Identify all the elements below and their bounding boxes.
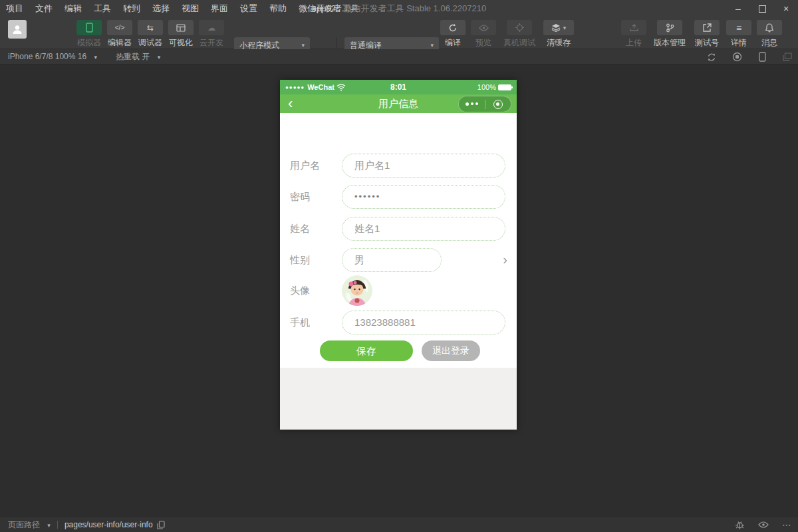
cloud-icon: ☁: [207, 23, 215, 33]
caret-down-icon: ▾: [94, 54, 97, 61]
phone-nav-bar: ‹ 用户信息: [280, 94, 517, 113]
rotate-icon[interactable]: [706, 52, 717, 63]
toolbar-debugger[interactable]: ⇆ 调试器: [135, 20, 166, 49]
eye-icon[interactable]: [758, 521, 769, 528]
menu-tools[interactable]: 工具: [88, 0, 117, 17]
user-info-form: 用户名 用户名1 密码 •••••• 姓名 姓名1 性别 男 › 头像: [280, 113, 517, 368]
phone-frame-icon[interactable]: [757, 52, 767, 63]
caret-down-icon: ▾: [301, 42, 305, 49]
caret-down-icon: ▾: [430, 42, 434, 49]
menu-project[interactable]: 项目: [0, 0, 29, 17]
external-link-icon: [703, 23, 712, 32]
remote-debug-icon: [515, 23, 525, 32]
more-icon[interactable]: ⋯: [782, 519, 791, 530]
toolbar-remote-debug[interactable]: 真机调试: [499, 20, 540, 49]
logout-button[interactable]: 退出登录: [422, 340, 480, 361]
toolbar-preview[interactable]: 预览: [468, 20, 499, 49]
phone-status-bar: ●●●●● WeChat 8:01 100%: [280, 80, 517, 94]
page-path-value: pages/user-info/user-info: [65, 520, 153, 529]
user-avatar[interactable]: [8, 20, 27, 39]
toolbar-test-account[interactable]: 测试号: [690, 20, 724, 49]
name-input[interactable]: 姓名1: [342, 217, 505, 241]
menu-goto[interactable]: 转到: [117, 0, 146, 17]
menu-interface[interactable]: 界面: [205, 0, 234, 17]
profile-avatar[interactable]: [342, 275, 372, 306]
layout-icon: [176, 24, 186, 32]
code-icon: </>: [115, 24, 124, 31]
toolbar-version[interactable]: 版本管理: [649, 20, 690, 49]
git-branch-icon: [666, 23, 674, 33]
record-icon[interactable]: [732, 52, 742, 63]
maximize-button[interactable]: [750, 0, 774, 17]
caret-down-icon: ▾: [158, 54, 161, 61]
form-row-password: 密码 ••••••: [280, 185, 517, 209]
gender-picker[interactable]: 男: [342, 248, 442, 272]
toolbar-compile[interactable]: 编译: [438, 20, 468, 49]
toolbar-visual[interactable]: 可视化: [166, 20, 196, 49]
capsule-menu: [458, 96, 511, 112]
back-icon[interactable]: ‹: [288, 94, 293, 113]
toolbar-message[interactable]: 消息: [754, 20, 785, 49]
person-icon: [11, 23, 23, 35]
more-menu-button[interactable]: [459, 102, 485, 106]
debug-icon: ⇆: [147, 23, 154, 33]
phone-icon: [86, 23, 93, 33]
menu-view[interactable]: 视图: [176, 0, 205, 17]
hot-reload-toggle[interactable]: 热重载 开 ▾: [116, 51, 160, 63]
toolbar-details[interactable]: ≡ 详情: [724, 20, 754, 49]
chevron-right-icon[interactable]: ›: [503, 248, 507, 272]
password-input[interactable]: ••••••: [342, 185, 505, 209]
form-row-username: 用户名 用户名1: [280, 154, 517, 178]
toolbar-cloud[interactable]: ☁ 云开发: [196, 20, 227, 49]
bug-icon[interactable]: [735, 521, 745, 529]
battery-icon: [498, 84, 511, 90]
form-row-name: 姓名 姓名1: [280, 217, 517, 241]
user-info-page: 用户名 用户名1 密码 •••••• 姓名 姓名1 性别 男 › 头像: [280, 113, 517, 430]
upload-icon: [630, 23, 638, 32]
toolbar-upload[interactable]: 上传: [618, 20, 649, 49]
menu-select[interactable]: 选择: [146, 0, 176, 17]
page-path-dropdown[interactable]: 页面路径 ▾: [8, 519, 51, 531]
main-toolbar: 模拟器 </> 编辑器 ⇆ 调试器 可视化 ☁ 云开发 小程序模式 ▾ 普通编译…: [0, 17, 798, 49]
menu-edit[interactable]: 编辑: [59, 0, 88, 17]
phone-input[interactable]: 13823888881: [342, 311, 505, 334]
menu-wechat-devtools[interactable]: 微信开发者工具: [293, 0, 365, 17]
capsule-close-button[interactable]: [485, 100, 511, 109]
form-row-phone: 手机 13823888881: [280, 311, 517, 334]
toolbar-simulator[interactable]: 模拟器: [74, 20, 104, 49]
menu-help[interactable]: 帮助: [263, 0, 293, 17]
username-input[interactable]: 用户名1: [342, 154, 505, 178]
form-row-gender: 性别 男 ›: [280, 248, 517, 272]
eye-icon: [479, 25, 489, 31]
caret-down-icon: ▾: [47, 522, 51, 529]
bottom-status-bar: 页面路径 ▾ pages/user-info/user-info ⋯: [0, 517, 798, 532]
close-button[interactable]: ×: [774, 0, 798, 17]
toolbar-clear-cache[interactable]: ▾ 清缓存: [540, 20, 577, 49]
device-selector[interactable]: iPhone 6/7/8 100% 16 ▾: [8, 52, 97, 61]
caret-down-icon: ▾: [563, 25, 567, 31]
menu-file[interactable]: 文件: [29, 0, 59, 17]
form-row-avatar: 头像: [280, 275, 517, 306]
maximize-icon: [759, 5, 766, 13]
minimize-button[interactable]: –: [726, 0, 750, 17]
menu-settings[interactable]: 设置: [234, 0, 263, 17]
toolbar-editor[interactable]: </> 编辑器: [104, 20, 135, 49]
copy-icon[interactable]: [157, 521, 165, 529]
simulator-bar: iPhone 6/7/8 100% 16 ▾ 热重载 开 ▾: [0, 49, 798, 65]
phone-simulator: ●●●●● WeChat 8:01 100% ‹ 用户信息 用户名 用户名1 密…: [280, 80, 517, 430]
page-title: 用户信息: [378, 98, 418, 110]
menu-lines-icon: ≡: [736, 23, 741, 33]
battery-label: 100%: [477, 83, 496, 91]
bell-icon: [765, 23, 773, 33]
windows-icon[interactable]: [782, 52, 793, 63]
layers-icon: [551, 23, 561, 32]
save-button[interactable]: 保存: [320, 340, 413, 361]
refresh-icon: [448, 23, 458, 33]
menu-bar: 项目 文件 编辑 工具 转到 选择 视图 界面 设置 帮助 微信开发者工具: [0, 0, 798, 17]
